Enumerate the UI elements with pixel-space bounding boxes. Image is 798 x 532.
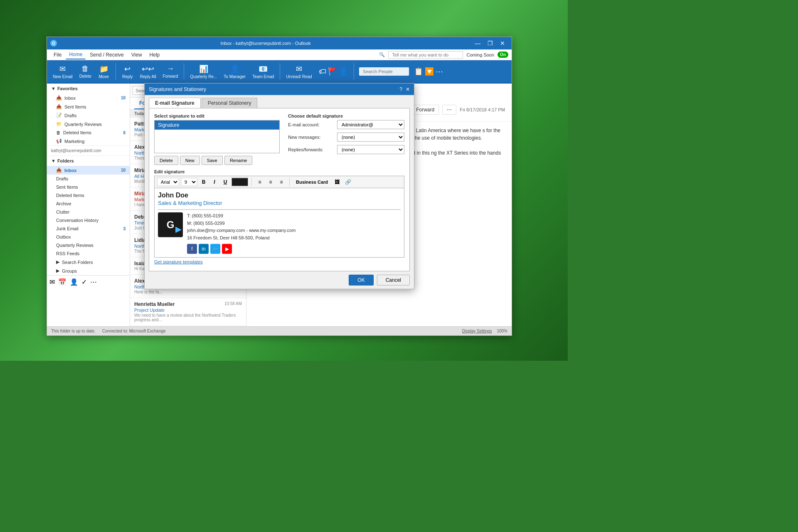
linkedin-button[interactable]: in <box>199 244 209 254</box>
sig-list-box[interactable]: Signature <box>154 120 280 153</box>
twitter-button[interactable]: 🐦 <box>210 244 220 254</box>
replies-fwds-label: Replies/forwards: <box>288 147 334 152</box>
email-account-select[interactable]: Administrator@ <box>337 120 404 129</box>
align-right-button[interactable]: ≡ <box>277 177 286 187</box>
sidebar-item-deleted[interactable]: 🗑 Deleted Items 6 <box>47 128 130 137</box>
sig-list-item-signature[interactable]: Signature <box>155 121 279 130</box>
chevron-right-icon: ▶ <box>56 259 59 265</box>
ribbon-forward[interactable]: → Forward <box>160 63 181 80</box>
size-select[interactable]: 9 <box>181 178 197 186</box>
sidebar: ▼ Favorites 📥 Inbox 10 📤 Sent Items 📝 Dr… <box>47 84 130 326</box>
ribbon-to-manager[interactable]: 👤 To Manager <box>221 63 248 81</box>
tell-me-input[interactable] <box>388 51 463 59</box>
menu-help[interactable]: Help <box>146 51 163 59</box>
facebook-button[interactable]: f <box>187 244 197 254</box>
sidebar-item-search-folders[interactable]: ▶ Search Folders <box>47 258 130 266</box>
edit-sig-label: Edit signature <box>154 169 404 174</box>
choose-default-label: Choose default signature <box>288 113 404 118</box>
rename-sig-button[interactable]: Rename <box>224 156 253 165</box>
team-email-icon: 📧 <box>259 64 268 74</box>
hyperlink-button[interactable]: 🔗 <box>343 177 352 187</box>
ribbon-sep-3 <box>280 63 280 80</box>
dialog-titlebar: Signatures and Stationery ? ✕ <box>145 84 414 95</box>
tab-email-signature[interactable]: E-mail Signature <box>149 98 201 108</box>
ribbon-new-email[interactable]: ✉ New Email <box>50 63 75 81</box>
align-left-button[interactable]: ≡ <box>255 177 264 187</box>
ribbon-delete[interactable]: 🗑 Delete <box>77 63 94 80</box>
favorites-section[interactable]: ▼ Favorites <box>47 84 130 94</box>
outlook-window: O Inbox - kathyt@lucernepubintl.com - Ou… <box>47 37 512 336</box>
zoom-level: 100% <box>497 329 507 333</box>
italic-button[interactable]: I <box>210 177 219 187</box>
chevron-down-icon-2: ▼ <box>51 158 56 163</box>
ribbon-team-email[interactable]: 📧 Team Email <box>250 63 276 81</box>
close-button[interactable]: ✕ <box>497 39 508 47</box>
delete-sig-button[interactable]: Delete <box>154 156 178 165</box>
display-settings[interactable]: Display Settings <box>462 329 492 333</box>
mail-nav-icon[interactable]: ✉ <box>49 278 55 286</box>
ribbon-reply-all[interactable]: ↩↩ Reply All <box>138 63 159 81</box>
sidebar-item-conv[interactable]: Conversation History <box>47 216 130 224</box>
sidebar-item-rss[interactable]: RSS Feeds <box>47 249 130 258</box>
more-actions-button[interactable]: ⋯ <box>442 105 456 115</box>
list-item[interactable]: Henrietta Mueller 10:58 AM Project Updat… <box>130 298 246 326</box>
sig-contact-row: G ▶ T: (800) 555-0199 M: (800) 555-0299 … <box>158 212 401 254</box>
more-nav-icon[interactable]: ⋯ <box>90 278 97 286</box>
minimize-button[interactable]: — <box>472 39 483 47</box>
align-center-button[interactable]: ≡ <box>266 177 275 187</box>
ribbon-sep-2 <box>184 63 184 80</box>
sidebar-item-outbox[interactable]: Outbox <box>47 233 130 241</box>
new-messages-select[interactable]: (none) <box>337 133 404 142</box>
sidebar-item-junk[interactable]: Junk Email 3 <box>47 224 130 233</box>
menu-send-receive[interactable]: Send / Receive <box>86 51 127 59</box>
sidebar-item-marketing[interactable]: 📢 Marketing <box>47 137 130 145</box>
folders-section[interactable]: ▼ Folders <box>47 156 130 166</box>
new-email-icon: ✉ <box>59 64 66 74</box>
sidebar-item-sent[interactable]: 📤 Sent Items <box>47 102 130 111</box>
replies-fwds-select[interactable]: (none) <box>337 145 404 154</box>
new-messages-row: New messages: (none) <box>288 133 404 142</box>
color-picker[interactable] <box>232 178 248 186</box>
ribbon-reply[interactable]: ↩ Reply <box>119 63 136 81</box>
ribbon-quarterly[interactable]: 📊 Quarterly Re... <box>187 63 219 81</box>
sidebar-item-quarterly[interactable]: 📁 Quarterly Reviews <box>47 120 130 128</box>
ribbon-unread-read[interactable]: ✉ Unread/ Read <box>283 63 314 81</box>
sidebar-item-deleted2[interactable]: Deleted Items <box>47 191 130 200</box>
ribbon-move[interactable]: 📁 Move <box>96 63 112 81</box>
sidebar-item-drafts[interactable]: 📝 Drafts <box>47 111 130 120</box>
restore-button[interactable]: ❐ <box>484 39 496 47</box>
youtube-button[interactable]: ▶ <box>222 244 232 254</box>
toggle-on-badge[interactable]: On <box>498 52 508 58</box>
menu-view[interactable]: View <box>128 51 145 59</box>
sidebar-item-sent2[interactable]: Sent Items <box>47 183 130 191</box>
people-nav-icon[interactable]: 👤 <box>70 278 78 286</box>
dialog-help-icon[interactable]: ? <box>399 86 402 92</box>
underline-button[interactable]: U <box>221 177 230 187</box>
sig-templates-link[interactable]: Get signature templates <box>154 258 404 266</box>
dialog-close-icon[interactable]: ✕ <box>406 86 410 92</box>
sidebar-item-inbox2[interactable]: 📥 Inbox 10 <box>47 166 130 175</box>
sig-address: 16 Freedom St, Deer Hill 58-500, Poland <box>187 234 296 242</box>
cancel-button[interactable]: Cancel <box>377 275 410 286</box>
save-sig-button[interactable]: Save <box>202 156 223 165</box>
tab-personal-stationery[interactable]: Personal Stationery <box>202 98 258 108</box>
tasks-nav-icon[interactable]: ✓ <box>81 278 87 286</box>
ok-button[interactable]: OK <box>349 275 373 286</box>
sidebar-item-quarterly2[interactable]: Quarterly Reviews <box>47 241 130 249</box>
new-sig-button[interactable]: New <box>180 156 200 165</box>
calendar-nav-icon[interactable]: 📅 <box>58 278 66 286</box>
inbox2-icon: 📥 <box>56 167 62 173</box>
sig-editor-area[interactable]: John Doe Sales & Marketing Director G ▶ … <box>154 188 404 258</box>
sidebar-item-drafts2[interactable]: Drafts <box>47 175 130 183</box>
menu-file[interactable]: File <box>50 51 65 59</box>
bold-button[interactable]: B <box>199 177 208 187</box>
font-select[interactable]: Arial <box>157 178 179 186</box>
search-people-input[interactable] <box>359 67 409 76</box>
sidebar-item-clutter[interactable]: Clutter <box>47 208 130 216</box>
sidebar-item-groups[interactable]: ▶ Groups <box>47 266 130 275</box>
insert-pic-button[interactable]: 🖼 <box>332 177 342 187</box>
sidebar-item-archive[interactable]: Archive <box>47 200 130 208</box>
menu-home[interactable]: Home <box>66 50 86 59</box>
sidebar-item-inbox[interactable]: 📥 Inbox 10 <box>47 94 130 102</box>
business-card-button[interactable]: Business Card <box>293 177 331 187</box>
